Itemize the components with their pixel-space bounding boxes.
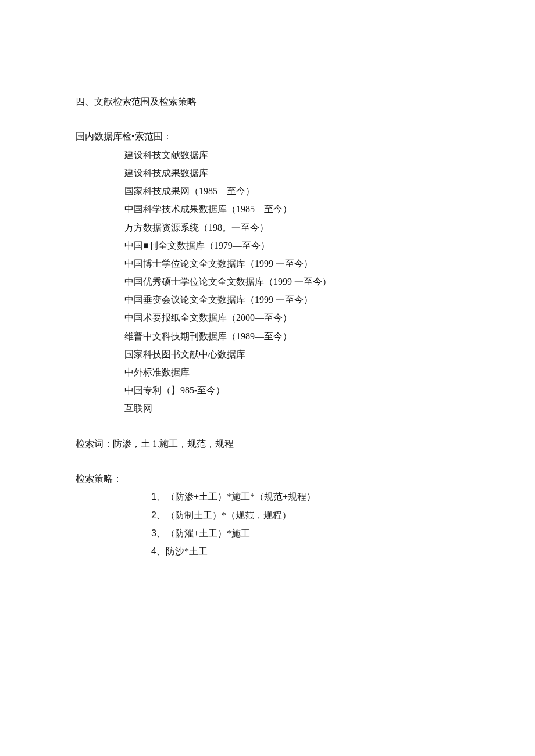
strategy-number: 1 <box>151 492 156 501</box>
strategy-sep: 、 <box>156 510 166 520</box>
strategy-list: 1、（防渗+土工）*施工*（规范+规程） 2、（防制土工）*（规范，规程） 3、… <box>76 488 459 560</box>
scope-item: 建设科技文献数据库 <box>124 146 459 164</box>
strategy-text: 防沙*土工 <box>166 546 208 556</box>
strategy-text: （防渗+土工）*施工*（规范+规程） <box>166 492 316 501</box>
scope-item: 中国垂变会议论文全文数据库（1999 一至今） <box>124 291 459 309</box>
scope-item: 维普中文科技期刊数据库（1989—至今） <box>124 327 459 345</box>
strategy-number: 2 <box>151 510 156 520</box>
strategy-number: 3 <box>151 528 156 538</box>
document-page: 四、文献检索范围及检索策略 国内数据库检•索范围： 建设科技文献数据库 建设科技… <box>0 0 535 618</box>
strategy-text: （防濯+土工）*施工 <box>166 528 250 538</box>
strategy-text: （防制土工）*（规范，规程） <box>166 510 291 520</box>
strategy-sep: 、 <box>156 492 166 501</box>
scope-item: 中国博士学位论文全文数据库（1999 一至今） <box>124 255 459 273</box>
strategy-item: 3、（防濯+土工）*施工 <box>151 524 459 542</box>
scope-item: 中国术要报纸全文数据库（2000—至今） <box>124 309 459 327</box>
strategy-label: 检索策略： <box>76 470 459 488</box>
strategy-item: 1、（防渗+土工）*施工*（规范+规程） <box>151 488 459 506</box>
keywords-label: 检索词： <box>76 439 113 449</box>
scope-list: 建设科技文献数据库 建设科技成果数据库 国家科技成果网（1985—至今） 中国科… <box>76 146 459 418</box>
scope-item: 中国■刊全文数据库（1979—至今） <box>124 237 459 255</box>
strategy-item: 4、防沙*土工 <box>151 542 459 560</box>
strategy-item: 2、（防制土工）*（规范，规程） <box>151 506 459 524</box>
strategy-number: 4 <box>151 546 156 556</box>
section-heading: 四、文献检索范围及检索策略 <box>76 93 459 110</box>
keywords-row: 检索词：防渗，土 1.施工，规范，规程 <box>76 435 459 453</box>
scope-item: 建设科技成果数据库 <box>124 164 459 182</box>
scope-item: 中国专利（】985-至今） <box>124 381 459 399</box>
scope-label: 国内数据库检•索范围： <box>76 128 459 145</box>
scope-item: 互联网 <box>124 399 459 417</box>
scope-item: 万方数据资源系统（198。一至今） <box>124 218 459 237</box>
scope-item: 国家科技成果网（1985—至今） <box>124 182 459 200</box>
scope-item: 国家科技图书文献中心数据库 <box>124 345 459 363</box>
scope-item: 中国优秀硕士学位论文全文数据库（1999 一至今） <box>124 273 459 291</box>
strategy-sep: 、 <box>156 546 166 556</box>
keywords-value: 防渗，土 1.施工，规范，规程 <box>113 439 234 449</box>
strategy-sep: 、 <box>156 528 166 538</box>
scope-item: 中国科学技术成果数据库（1985—至今） <box>124 200 459 218</box>
scope-item: 中外标准数据库 <box>124 363 459 381</box>
